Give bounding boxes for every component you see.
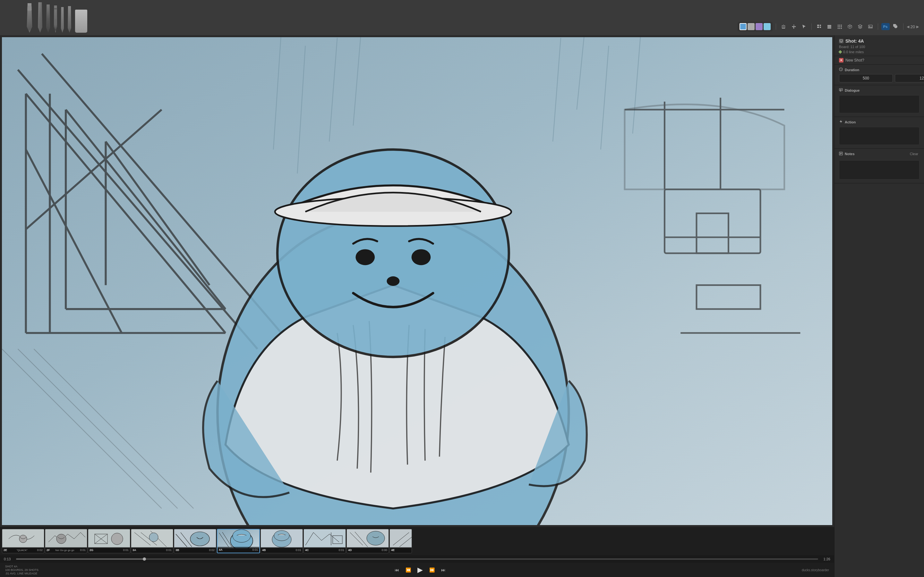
tool-pen-1[interactable] [37,2,43,33]
tool-pen-4[interactable] [67,6,72,33]
canvas-image [2,37,462,288]
top-toolbar: Ps ◀ 20 ▶ [0,0,462,35]
svg-point-51 [355,249,375,265]
svg-point-52 [412,249,431,265]
drawing-tools [0,0,87,33]
tool-marker[interactable] [26,3,33,33]
tool-pen-2[interactable] [45,5,51,33]
drawing-canvas[interactable] [2,37,462,288]
tool-pencil[interactable] [53,5,58,33]
canvas-area: 2E "QUACK" 0:02 [0,35,462,288]
tool-pen-3[interactable] [60,7,65,33]
svg-point-53 [387,276,399,286]
tool-eraser[interactable] [75,10,87,33]
main-content: 2E "QUACK" 0:02 [0,35,462,288]
